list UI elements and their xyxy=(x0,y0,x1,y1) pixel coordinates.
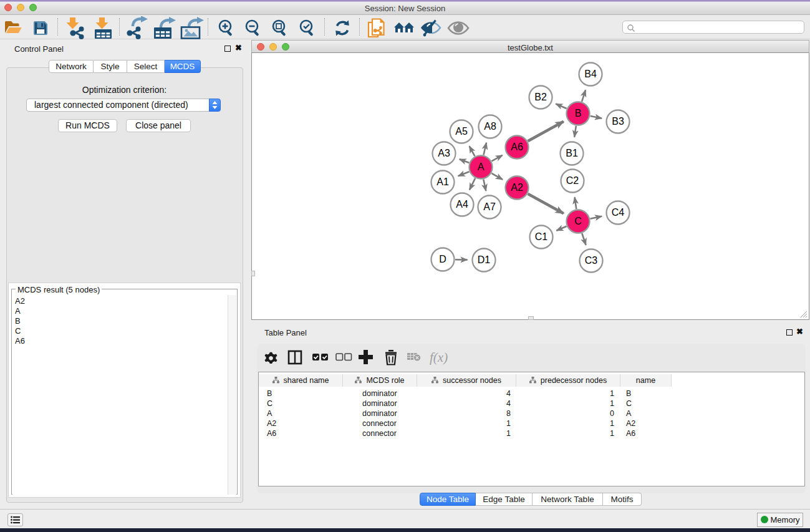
svg-text:B3: B3 xyxy=(612,116,624,127)
svg-text:A: A xyxy=(478,162,485,172)
svg-text:A8: A8 xyxy=(484,121,496,132)
svg-text:A1: A1 xyxy=(436,177,449,187)
svg-text:C1: C1 xyxy=(535,231,548,242)
svg-text:A6: A6 xyxy=(511,142,523,152)
svg-text:A3: A3 xyxy=(438,148,450,158)
svg-text:C3: C3 xyxy=(585,255,598,266)
svg-text:B: B xyxy=(575,108,582,118)
svg-text:B4: B4 xyxy=(584,69,597,79)
svg-text:C4: C4 xyxy=(612,207,625,218)
svg-text:A2: A2 xyxy=(511,182,523,193)
svg-text:C: C xyxy=(574,216,582,226)
svg-text:A4: A4 xyxy=(456,199,468,210)
svg-text:A7: A7 xyxy=(483,201,496,212)
svg-text:C2: C2 xyxy=(566,175,579,186)
svg-text:D: D xyxy=(439,254,446,264)
svg-text:D1: D1 xyxy=(478,254,491,265)
svg-text:B2: B2 xyxy=(534,92,547,102)
svg-text:f(x): f(x) xyxy=(430,350,448,365)
svg-text:A5: A5 xyxy=(455,126,468,137)
svg-text:B1: B1 xyxy=(566,148,578,158)
